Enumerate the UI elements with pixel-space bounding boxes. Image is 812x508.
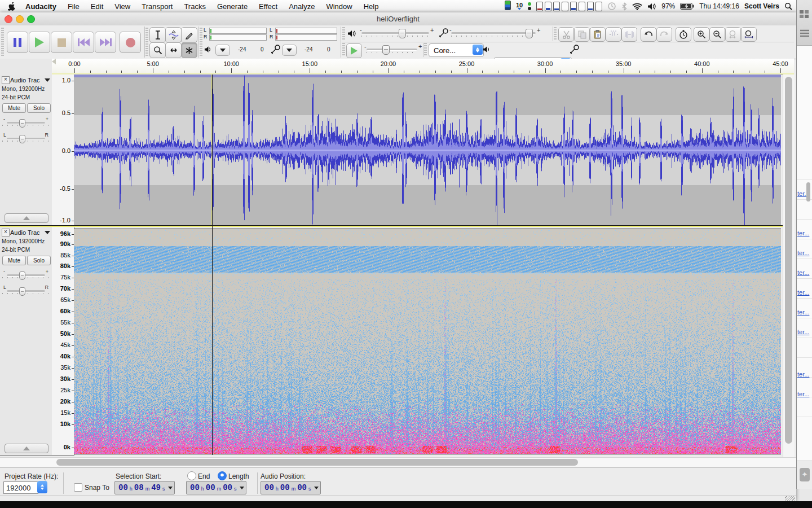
- recording-meter-dropdown[interactable]: [282, 45, 297, 56]
- record-button[interactable]: [120, 32, 141, 53]
- menu-effect[interactable]: Effect: [253, 2, 283, 11]
- menu-clock[interactable]: Thu 14:49:16: [699, 2, 739, 10]
- audio-position-field[interactable]: 00h 00m 00s: [261, 481, 321, 494]
- bluetooth-icon[interactable]: [621, 2, 627, 11]
- track1-waveform[interactable]: [74, 75, 781, 225]
- playback-meter-dropdown[interactable]: [215, 45, 230, 56]
- menu-help[interactable]: Help: [358, 2, 385, 11]
- edit-toolbar-grabber[interactable]: [554, 27, 557, 41]
- undo-button[interactable]: [641, 27, 656, 42]
- paste-button[interactable]: [590, 27, 606, 42]
- menu-window[interactable]: Window: [320, 2, 358, 11]
- end-radio[interactable]: [187, 471, 196, 480]
- time-shift-tool-button[interactable]: [165, 42, 182, 58]
- silence-audio-button[interactable]: [621, 27, 637, 42]
- copy-button[interactable]: [574, 27, 590, 42]
- mixer-toolbar-grabber[interactable]: [342, 27, 345, 41]
- redo-button[interactable]: [656, 27, 672, 42]
- play-speed-slider[interactable]: [367, 49, 417, 51]
- track1-solo-button[interactable]: Solo: [27, 103, 51, 113]
- apple-menu-icon[interactable]: [0, 2, 20, 11]
- menu-edit[interactable]: Edit: [85, 2, 109, 11]
- play-button[interactable]: [29, 32, 50, 53]
- background-window-link[interactable]: ter...: [797, 230, 809, 237]
- battery-icon[interactable]: [680, 3, 694, 10]
- device-toolbar-grabber[interactable]: [424, 43, 427, 56]
- zoom-out-button[interactable]: [709, 27, 725, 42]
- recording-meter[interactable]: L R: [270, 27, 337, 42]
- background-window-link[interactable]: ter...: [797, 329, 809, 335]
- project-rate-stepper[interactable]: [37, 481, 47, 493]
- time-machine-icon[interactable]: [607, 2, 616, 11]
- user-menu[interactable]: Scott Veirs: [744, 2, 779, 10]
- track1-mute-button[interactable]: Mute: [2, 103, 26, 113]
- background-window-link[interactable]: ter...: [797, 269, 809, 276]
- track2-close-button[interactable]: ×: [2, 229, 10, 237]
- track1-collapse-button[interactable]: [5, 213, 48, 223]
- sync-lock-clock-button[interactable]: [676, 27, 691, 42]
- track2-spectrogram[interactable]: [74, 229, 781, 454]
- track1-gain-slider[interactable]: -+: [2, 117, 50, 126]
- vertical-scrollbar-thumb[interactable]: [785, 77, 792, 444]
- tools-toolbar-grabber[interactable]: [145, 28, 148, 56]
- trim-audio-button[interactable]: [606, 27, 621, 42]
- fit-selection-button[interactable]: [725, 27, 741, 42]
- sparkle-icon[interactable]: ✦: [800, 468, 810, 481]
- audio-host-select[interactable]: Core...: [429, 43, 484, 57]
- pause-button[interactable]: [7, 32, 28, 53]
- background-window-scrollbar-thumb[interactable]: [806, 182, 810, 202]
- multi-tool-button[interactable]: [181, 42, 197, 58]
- dots-indicator-icon[interactable]: [528, 2, 531, 10]
- menu-audacity[interactable]: Audacity: [20, 2, 62, 11]
- zoom-in-button[interactable]: [694, 27, 709, 42]
- background-window-link[interactable]: ter...: [797, 309, 809, 316]
- draw-tool-button[interactable]: [181, 27, 197, 43]
- envelope-tool-button[interactable]: [165, 27, 182, 43]
- menu-view[interactable]: View: [109, 2, 136, 11]
- play-at-speed-button[interactable]: [346, 43, 362, 58]
- list-view-icon[interactable]: [800, 29, 810, 37]
- snap-to-checkbox[interactable]: [74, 483, 82, 492]
- track2-vertical-ruler[interactable]: 96k90k85k80k75k70k65k60k55k50k45k40k35k3…: [52, 227, 74, 456]
- vertical-scrollbar[interactable]: [783, 75, 795, 470]
- selection-start-field[interactable]: 00h 08m 49s: [114, 481, 175, 494]
- cut-button[interactable]: [558, 27, 574, 42]
- track2-mute-button[interactable]: Mute: [2, 256, 26, 265]
- background-window[interactable]: ter...ter...ter...ter...ter...ter...ter.…: [796, 0, 812, 489]
- track1-menu[interactable]: Audio Trac: [10, 76, 50, 84]
- background-window-link[interactable]: ter...: [797, 371, 809, 378]
- length-radio[interactable]: [218, 471, 227, 480]
- horizontal-scrollbar-thumb[interactable]: [56, 459, 578, 466]
- cpu-meter-icon[interactable]: [505, 1, 511, 12]
- background-window-link[interactable]: ter...: [797, 391, 809, 397]
- horizontal-scrollbar[interactable]: [0, 457, 796, 468]
- background-window-link[interactable]: ter...: [797, 249, 809, 256]
- istat-cells-icon[interactable]: [536, 2, 602, 11]
- background-window-link[interactable]: ter...: [797, 289, 809, 296]
- input-volume-slider[interactable]: [451, 32, 536, 34]
- spotlight-icon[interactable]: [784, 2, 792, 10]
- track2-pan-slider[interactable]: LR: [2, 286, 50, 295]
- menu-analyze[interactable]: Analyze: [283, 2, 320, 11]
- menu-generate[interactable]: Generate: [211, 2, 253, 11]
- playback-meter[interactable]: L R: [204, 27, 267, 42]
- menu-file[interactable]: File: [62, 2, 85, 11]
- selection-tool-button[interactable]: [149, 27, 166, 43]
- track1-pan-slider[interactable]: LR: [2, 133, 50, 142]
- transport-toolbar-grabber[interactable]: [1, 28, 4, 56]
- stop-button[interactable]: [51, 32, 72, 53]
- track1-close-button[interactable]: ×: [2, 76, 10, 84]
- project-rate-input[interactable]: 192000: [3, 481, 38, 494]
- menu-transport[interactable]: Transport: [136, 2, 178, 11]
- zoom-tool-button[interactable]: [149, 42, 166, 58]
- track2-solo-button[interactable]: Solo: [27, 256, 51, 265]
- resize-grip[interactable]: [785, 496, 795, 501]
- timeline-ruler[interactable]: 0:005:0010:0015:0020:0025:0030:0035:0040…: [52, 59, 794, 75]
- track1-vertical-ruler[interactable]: 1.00.50.0-0.5-1.0: [52, 75, 74, 226]
- menu-tracks[interactable]: Tracks: [178, 2, 211, 11]
- fast-forward-button[interactable]: [95, 32, 116, 53]
- rewind-button[interactable]: [73, 32, 94, 53]
- track2-gain-slider[interactable]: -+: [2, 270, 50, 279]
- meter-toolbar-grabber[interactable]: [200, 28, 202, 56]
- selection-length-field[interactable]: 00h 00m 00s: [186, 481, 246, 494]
